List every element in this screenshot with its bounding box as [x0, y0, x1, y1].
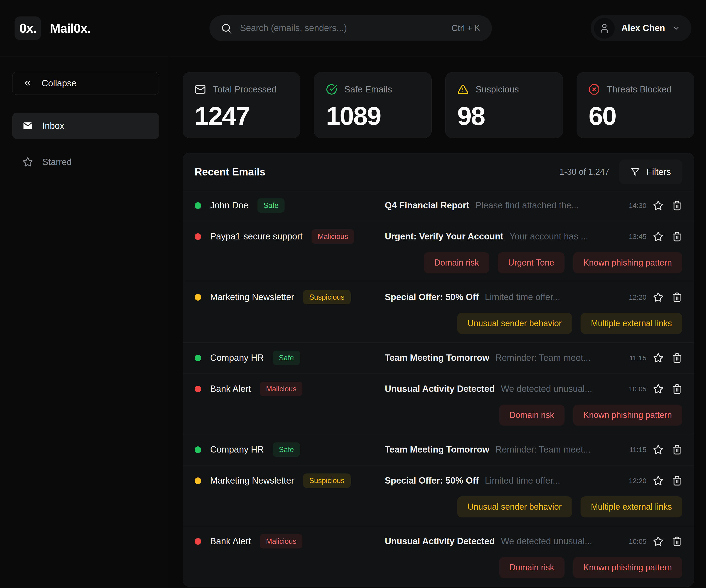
- status-badge: Safe: [258, 198, 285, 213]
- status-dot: [195, 355, 201, 361]
- search-icon: [221, 23, 232, 33]
- warning-triangle-icon: [457, 84, 469, 95]
- star-button[interactable]: [653, 445, 663, 455]
- sidebar: Collapse Inbox Starred: [0, 57, 169, 588]
- email-sender: Company HR: [210, 353, 264, 363]
- sidebar-item-label: Inbox: [42, 121, 64, 131]
- email-time: 13:45: [629, 233, 646, 241]
- email-time: 10:05: [629, 538, 646, 545]
- email-time: 10:05: [629, 385, 646, 393]
- email-list: John Doe Safe Q4 Financial Report Please…: [183, 190, 694, 587]
- email-sender: Marketing Newsletter: [210, 292, 294, 302]
- risk-tags: Domain riskKnown phishing pattern: [195, 557, 682, 578]
- delete-button[interactable]: [672, 292, 682, 302]
- mail-filled-icon: [23, 121, 33, 131]
- email-preview: Your account has ...: [510, 232, 588, 242]
- risk-tag: Multiple external links: [581, 313, 682, 334]
- star-button[interactable]: [653, 292, 663, 302]
- sidebar-item-starred[interactable]: Starred: [12, 149, 159, 175]
- delete-button[interactable]: [672, 353, 682, 363]
- stat-value: 60: [589, 103, 682, 129]
- risk-tags: Unusual sender behaviorMultiple external…: [195, 496, 682, 517]
- email-subject: Team Meeting Tomorrow: [385, 445, 489, 455]
- sidebar-item-label: Starred: [42, 157, 72, 167]
- stat-label: Safe Emails: [344, 84, 392, 94]
- app-header: 0x. Mail0x. Ctrl + K Alex Chen: [0, 0, 706, 56]
- mail-icon: [195, 84, 206, 95]
- star-icon: [23, 157, 33, 167]
- delete-button[interactable]: [672, 475, 682, 486]
- star-button[interactable]: [653, 353, 663, 363]
- app-logo[interactable]: 0x.: [14, 16, 41, 40]
- search-input[interactable]: [240, 23, 444, 33]
- email-sender: Bank Alert: [210, 384, 251, 394]
- status-badge: Malicious: [260, 382, 302, 396]
- collapse-button[interactable]: Collapse: [12, 72, 159, 95]
- status-dot: [195, 233, 201, 240]
- risk-tag: Known phishing pattern: [573, 252, 682, 273]
- risk-tags: Unusual sender behaviorMultiple external…: [195, 313, 682, 334]
- email-sender: Marketing Newsletter: [210, 475, 294, 486]
- email-row[interactable]: Marketing Newsletter Suspicious Special …: [183, 282, 694, 342]
- star-button[interactable]: [653, 384, 663, 394]
- status-dot: [195, 202, 201, 209]
- email-preview: Reminder: Team meet...: [496, 353, 591, 363]
- email-subject: Special Offer: 50% Off: [385, 475, 479, 486]
- stat-card: Total Processed 1247: [183, 72, 300, 138]
- star-button[interactable]: [653, 536, 663, 547]
- status-dot: [195, 386, 201, 392]
- email-row[interactable]: John Doe Safe Q4 Financial Report Please…: [183, 190, 694, 221]
- delete-button[interactable]: [672, 200, 682, 211]
- star-button[interactable]: [653, 475, 663, 486]
- delete-button[interactable]: [672, 445, 682, 455]
- risk-tag: Unusual sender behavior: [457, 313, 572, 334]
- risk-tags: Domain riskKnown phishing pattern: [195, 405, 682, 426]
- status-dot: [195, 447, 201, 453]
- user-icon: [599, 23, 610, 34]
- panel-header-right: 1-30 of 1,247 Filters: [559, 160, 682, 184]
- panel-header: Recent Emails 1-30 of 1,247 Filters: [183, 153, 694, 190]
- status-badge: Safe: [273, 351, 300, 365]
- octagon-x-icon: [589, 84, 600, 95]
- recent-emails-panel: Recent Emails 1-30 of 1,247 Filters John…: [183, 153, 694, 587]
- email-time: 14:30: [629, 202, 646, 210]
- delete-button[interactable]: [672, 232, 682, 242]
- chevron-down-icon: [672, 24, 680, 33]
- risk-tag: Unusual sender behavior: [457, 496, 572, 517]
- status-dot: [195, 294, 201, 301]
- search-bar[interactable]: Ctrl + K: [209, 15, 492, 41]
- email-preview: Limited time offer...: [485, 292, 560, 302]
- status-dot: [195, 538, 201, 545]
- email-row[interactable]: Bank Alert Malicious Unusual Activity De…: [183, 526, 694, 587]
- delete-button[interactable]: [672, 536, 682, 547]
- pagination-range: 1-30 of 1,247: [559, 167, 609, 177]
- email-row[interactable]: Marketing Newsletter Suspicious Special …: [183, 465, 694, 526]
- status-badge: Malicious: [312, 229, 354, 244]
- delete-button[interactable]: [672, 384, 682, 394]
- filters-button[interactable]: Filters: [619, 160, 682, 184]
- star-button[interactable]: [653, 200, 663, 211]
- stat-value: 1089: [326, 103, 420, 129]
- sidebar-item-inbox[interactable]: Inbox: [12, 113, 159, 139]
- email-sender: Paypa1-secure support: [210, 232, 303, 242]
- email-row[interactable]: Company HR Safe Team Meeting Tomorrow Re…: [183, 342, 694, 374]
- user-menu[interactable]: Alex Chen: [591, 15, 692, 41]
- stat-value: 98: [457, 103, 551, 129]
- filter-funnel-icon: [631, 167, 640, 176]
- star-button[interactable]: [653, 232, 663, 242]
- stat-card: Threats Blocked 60: [577, 72, 694, 138]
- email-subject: Team Meeting Tomorrow: [385, 353, 489, 363]
- email-time: 11:15: [629, 446, 646, 454]
- email-row[interactable]: Paypa1-secure support Malicious Urgent: …: [183, 221, 694, 282]
- stat-value: 1247: [195, 103, 288, 129]
- stat-label: Total Processed: [213, 84, 276, 94]
- stats-row: Total Processed 1247 Safe Emails 1089 Su…: [183, 72, 694, 138]
- email-row[interactable]: Company HR Safe Team Meeting Tomorrow Re…: [183, 434, 694, 465]
- email-subject: Q4 Financial Report: [385, 200, 469, 210]
- email-row[interactable]: Bank Alert Malicious Unusual Activity De…: [183, 374, 694, 434]
- search-shortcut: Ctrl + K: [452, 23, 480, 33]
- status-dot: [195, 477, 201, 484]
- email-preview: We detected unusual...: [501, 536, 592, 546]
- risk-tag: Domain risk: [499, 557, 564, 578]
- check-circle-icon: [326, 84, 337, 95]
